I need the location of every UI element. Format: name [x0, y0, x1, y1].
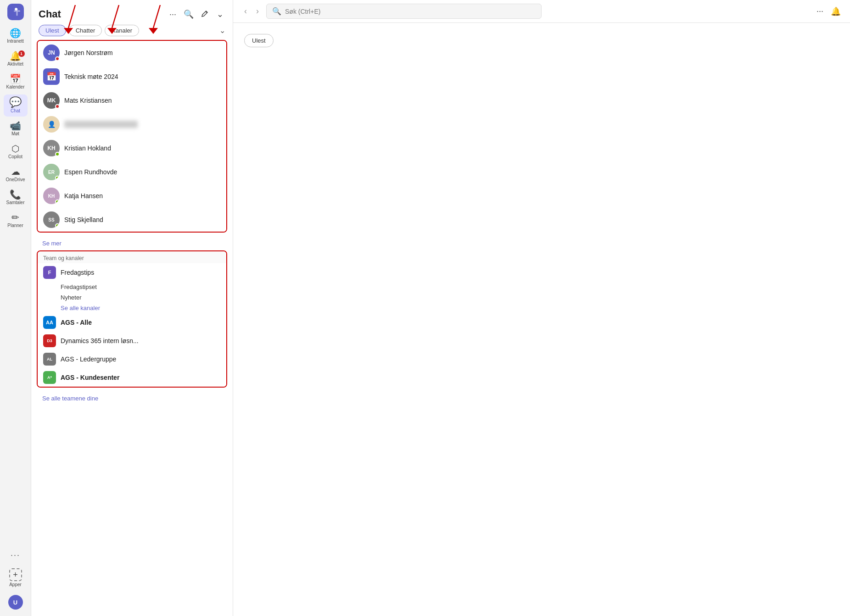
sidebar-item-mot[interactable]: 📹 Møt [4, 118, 28, 139]
chat-name: Teknisk møte 2024 [64, 73, 118, 80]
sidebar-item-apper[interactable]: + Apper [4, 566, 28, 590]
compose-icon[interactable] [199, 8, 211, 20]
filter-tabs-container: Ulest Chatter Kanaler ⌄ [31, 25, 233, 40]
filter-tabs: Ulest Chatter Kanaler ⌄ [31, 25, 233, 40]
list-item[interactable]: AA AGS - Alle [38, 313, 226, 332]
search-chat-icon[interactable]: 🔍 [182, 7, 196, 21]
teams-section: Team og kanaler F Fredagstips Fredagstip… [37, 250, 227, 388]
aktivitet-badge: 1 [18, 50, 25, 57]
team-name: AGS - Alle [61, 319, 92, 326]
chat-name: Espen Rundhovde [64, 168, 117, 176]
planner-icon: ✏ [11, 213, 19, 222]
copilot-icon: ⬡ [11, 144, 19, 153]
sidebar-item-label: Apper [9, 582, 22, 588]
samtaler-icon: 📞 [10, 190, 21, 199]
onedrive-icon: ☁ [11, 167, 20, 176]
more-options-button[interactable]: ··· [7, 547, 24, 564]
user-avatar-button[interactable]: U [4, 592, 28, 612]
top-bar: ‹ › 🔍 ··· 🔔 [233, 0, 850, 23]
list-item[interactable]: ER Espen Rundhovde [38, 160, 226, 184]
sidebar-item-aktivitet[interactable]: 1 🔔 Aktivitet [4, 49, 28, 70]
list-item[interactable]: SS Stig Skjelland [38, 208, 226, 232]
list-item[interactable]: A* AGS - Kundesenter [38, 368, 226, 387]
nav-arrows: ‹ › [240, 5, 263, 18]
team-name: AGS - Ledergruppe [61, 355, 116, 363]
teams-section-header: Team og kanaler [38, 251, 226, 263]
team-avatar: A* [43, 371, 56, 384]
sidebar-item-planner[interactable]: ✏ Planner [4, 210, 28, 231]
status-indicator [55, 176, 60, 180]
list-item[interactable]: MK Mats Kristiansen [38, 89, 226, 112]
status-indicator [55, 104, 60, 109]
top-bar-right: ··· 🔔 [815, 5, 843, 18]
chat-title: Chat [39, 8, 61, 20]
avatar: SS [43, 211, 60, 228]
sidebar-item-label: Kalender [6, 84, 24, 90]
sidebar-item-label: Intranett [7, 39, 24, 44]
sidebar-item-label: OneDrive [6, 177, 25, 183]
status-indicator [55, 200, 60, 204]
team-name: Fredagstips [61, 269, 94, 276]
team-name: AGS - Kundesenter [61, 374, 119, 381]
chat-name: Kristian Hokland [64, 144, 111, 152]
user-avatar: U [8, 595, 23, 610]
chevron-down-icon[interactable]: ⌄ [215, 7, 225, 21]
sidebar-item-label: Copilot [8, 154, 22, 160]
tab-ulest[interactable]: Ulest [39, 25, 66, 36]
sidebar-item-label: Planner [7, 223, 23, 228]
kalender-icon: 📅 [10, 74, 21, 83]
chat-icon: 💬 [9, 97, 22, 107]
list-item[interactable]: KH Katja Hansen [38, 184, 226, 208]
team-avatar: F [43, 266, 56, 279]
main-area: Ulest [233, 23, 850, 616]
main-content: ‹ › 🔍 ··· 🔔 Ulest [233, 0, 850, 616]
status-indicator [55, 152, 60, 156]
sidebar-item-chat[interactable]: 💬 Chat [4, 94, 28, 117]
search-input[interactable] [285, 8, 536, 15]
channel-name: Nyheter [61, 294, 82, 301]
tab-chatter[interactable]: Chatter [69, 25, 102, 36]
notifications-button[interactable]: 🔔 [829, 5, 843, 18]
chat-name: Stig Skjelland [64, 216, 103, 223]
team-avatar: AL [43, 353, 56, 366]
settings-more-button[interactable]: ··· [815, 5, 825, 18]
list-item[interactable]: Fredagstipset [38, 282, 226, 292]
channel-name: Fredagstipset [61, 283, 97, 290]
see-all-channels-link[interactable]: Se alle kanaler [38, 303, 226, 313]
list-item[interactable]: Nyheter [38, 292, 226, 303]
sidebar-item-onedrive[interactable]: ☁ OneDrive [4, 164, 28, 185]
teams-logo[interactable] [7, 4, 24, 20]
list-item[interactable]: D3 Dynamics 365 intern løsn... [38, 332, 226, 350]
sidebar-item-copilot[interactable]: ⬡ Copilot [4, 141, 28, 162]
nav-sidebar: 🌐 Intranett 1 🔔 Aktivitet 📅 Kalender 💬 C… [0, 0, 31, 616]
unread-badge: Ulest [244, 34, 274, 47]
chat-name: Jørgen Norstrøm [64, 49, 113, 56]
see-more-link[interactable]: Se mer [35, 236, 229, 250]
chats-section: JN Jørgen Norstrøm 📅 Teknisk møte 2024 M… [37, 40, 227, 233]
nav-back-button[interactable]: ‹ [240, 5, 251, 18]
nav-forward-button[interactable]: › [252, 5, 263, 18]
chat-name: Mats Kristiansen [64, 97, 112, 104]
filter-chevron-icon[interactable]: ⌄ [219, 26, 225, 35]
list-item[interactable]: KH Kristian Hokland [38, 136, 226, 160]
team-avatar: AA [43, 316, 56, 329]
sidebar-item-samtaler[interactable]: 📞 Samtaler [4, 187, 28, 208]
sidebar-item-intranett[interactable]: 🌐 Intranett [4, 26, 28, 47]
sidebar-item-kalender[interactable]: 📅 Kalender [4, 72, 28, 93]
list-item[interactable]: JN Jørgen Norstrøm [38, 41, 226, 65]
chat-name: Katja Hansen [64, 192, 103, 200]
avatar: KH [43, 140, 60, 156]
team-name: Dynamics 365 intern løsn... [61, 337, 139, 344]
list-item[interactable]: F Fredagstips [38, 263, 226, 282]
more-options-icon[interactable]: ··· [168, 8, 178, 21]
list-item[interactable]: AL AGS - Ledergruppe [38, 350, 226, 368]
search-bar[interactable]: 🔍 [266, 4, 542, 19]
list-item[interactable]: 📅 Teknisk møte 2024 [38, 65, 226, 89]
mot-icon: 📹 [10, 121, 21, 130]
list-item[interactable]: 👤 [38, 112, 226, 136]
see-all-teams-link[interactable]: Se alle teamene dine [35, 391, 229, 405]
avatar: 📅 [43, 68, 60, 85]
avatar: KH [43, 188, 60, 204]
tab-kanaler[interactable]: Kanaler [105, 25, 139, 36]
avatar: MK [43, 92, 60, 109]
